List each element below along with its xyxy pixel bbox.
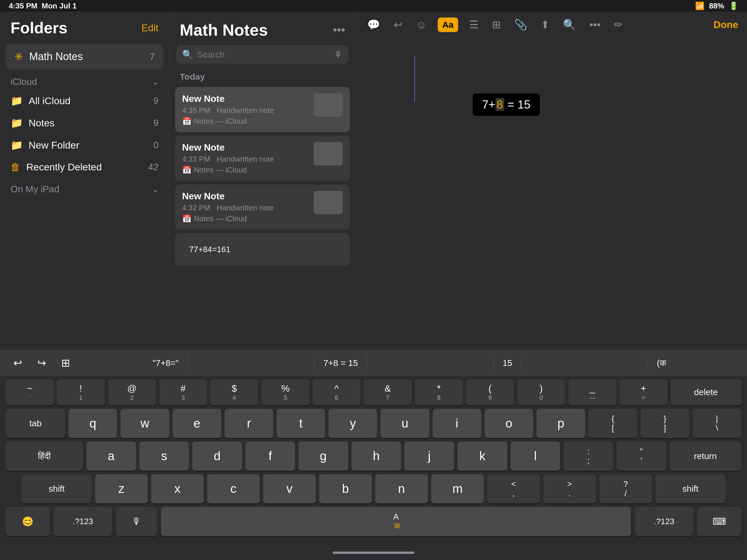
sidebar-item-recently-deleted[interactable]: 🗑 Recently Deleted 42 xyxy=(0,156,169,178)
search-input[interactable] xyxy=(197,50,330,59)
key-c[interactable]: c xyxy=(207,474,260,503)
undo-icon-button[interactable]: ↩ xyxy=(391,16,405,33)
edit-button[interactable]: Edit xyxy=(141,22,158,33)
mic-key[interactable]: 🎙 xyxy=(116,507,157,536)
key-j[interactable]: j xyxy=(405,441,454,471)
suggestion-2[interactable]: 7+8 = 15 xyxy=(314,356,367,370)
comment-button[interactable]: 💬 xyxy=(365,16,383,33)
delete-key[interactable]: delete xyxy=(671,379,741,405)
key-lcurly-lbracket[interactable]: {[ xyxy=(589,409,637,438)
note-title: New Note xyxy=(182,142,309,153)
num-123-left-key[interactable]: .?123 xyxy=(54,507,112,536)
sidebar-item-all-icloud[interactable]: 📁 All iCloud 9 xyxy=(0,90,169,112)
more-button[interactable]: ••• xyxy=(587,16,603,33)
key-b[interactable]: b xyxy=(319,474,372,503)
key-n[interactable]: n xyxy=(375,474,428,503)
note-card-3[interactable]: New Note 4:32 PM Handwritten note 📅 Note… xyxy=(175,184,350,230)
key-u[interactable]: u xyxy=(381,409,429,438)
key-p[interactable]: p xyxy=(537,409,585,438)
share-button[interactable]: ⬆ xyxy=(538,16,552,33)
key-i[interactable]: i xyxy=(433,409,481,438)
shift-left-key[interactable]: shift xyxy=(22,474,92,503)
key-plus-equals[interactable]: += xyxy=(620,379,667,405)
key-amp-7[interactable]: &7 xyxy=(364,379,411,405)
markup-button[interactable]: ✏ xyxy=(612,16,625,33)
list-button[interactable]: ☰ xyxy=(467,16,481,33)
note-card-2[interactable]: New Note 4:33 PM Handwritten note 📅 Note… xyxy=(175,136,350,181)
find-button[interactable]: 🔍 xyxy=(561,16,578,33)
return-key[interactable]: return xyxy=(670,441,741,471)
key-hash-3[interactable]: #3 xyxy=(159,379,207,405)
redo-button[interactable]: ↪ xyxy=(33,355,51,372)
key-percent-5[interactable]: %5 xyxy=(261,379,309,405)
key-r[interactable]: r xyxy=(225,409,273,438)
key-lparen-9[interactable]: (9 xyxy=(466,379,514,405)
key-gt-period[interactable]: >. xyxy=(543,474,596,503)
key-w[interactable]: w xyxy=(121,409,169,438)
key-question-slash[interactable]: ?/ xyxy=(599,474,652,503)
format-button[interactable]: Aa xyxy=(438,18,458,32)
copy-paste-button[interactable]: ⊞ xyxy=(57,355,75,372)
emoji-button[interactable]: ☺ xyxy=(413,16,429,33)
key-dquote-squote[interactable]: "' xyxy=(617,441,666,471)
key-g[interactable]: g xyxy=(299,441,348,471)
icloud-section-label: iCloud ⌄ xyxy=(0,72,169,90)
emoji-key[interactable]: 😊 xyxy=(6,507,50,536)
key-at-2[interactable]: @2 xyxy=(108,379,156,405)
key-k[interactable]: k xyxy=(458,441,507,471)
suggestion-4[interactable]: (क xyxy=(648,356,675,371)
key-rcurly-rbracket[interactable]: }] xyxy=(641,409,689,438)
keyboard-dismiss-key[interactable]: ⌨ xyxy=(697,507,741,536)
key-l[interactable]: l xyxy=(511,441,560,471)
table-button[interactable]: ⊞ xyxy=(490,16,503,33)
sidebar-item-new-folder[interactable]: 📁 New Folder 0 xyxy=(0,134,169,156)
key-lt-comma[interactable]: <, xyxy=(487,474,540,503)
key-rparen-0[interactable]: )0 xyxy=(517,379,565,405)
suggestion-3[interactable]: 15 xyxy=(493,356,521,370)
space-key[interactable]: A क xyxy=(161,507,631,536)
key-q[interactable]: q xyxy=(69,409,117,438)
key-e[interactable]: e xyxy=(173,409,221,438)
middle-dots-button[interactable]: ••• xyxy=(333,23,345,36)
today-label: Today xyxy=(169,70,356,85)
hindi-key[interactable]: हिंदी xyxy=(6,441,83,471)
key-f[interactable]: f xyxy=(246,441,295,471)
suggestion-1[interactable]: "7+8=" xyxy=(144,356,188,370)
key-m[interactable]: m xyxy=(431,474,484,503)
done-button[interactable]: Done xyxy=(714,19,738,30)
key-underscore-dash[interactable]: _— xyxy=(568,379,616,405)
key-v[interactable]: v xyxy=(263,474,316,503)
undo-button[interactable]: ↩ xyxy=(9,355,27,372)
note-canvas[interactable]: 7+8 = 15 xyxy=(356,38,747,350)
search-bar[interactable]: 🔍 🎙 xyxy=(176,45,349,63)
key-z[interactable]: z xyxy=(95,474,148,503)
key-a[interactable]: a xyxy=(86,441,136,471)
key-t[interactable]: t xyxy=(277,409,325,438)
key-exclaim-1[interactable]: !1 xyxy=(57,379,104,405)
key-pipe-backslash[interactable]: |\ xyxy=(693,409,741,438)
key-s[interactable]: s xyxy=(139,441,189,471)
note-card-1[interactable]: New Note 4:35 PM Handwritten note 📅 Note… xyxy=(175,87,350,132)
note-location: 📅 Notes — iCloud xyxy=(182,214,309,223)
tab-key[interactable]: tab xyxy=(6,409,65,438)
status-time: 4:35 PM Mon Jul 1 xyxy=(9,1,77,10)
sidebar-item-math-notes[interactable]: ✳ Math Notes 7 xyxy=(6,44,163,70)
num-123-right-key[interactable]: .?123 xyxy=(635,507,693,536)
math-result-bubble: 7+8 = 15 xyxy=(473,93,540,116)
key-tilde-backtick[interactable]: ~` xyxy=(6,379,53,405)
key-h[interactable]: h xyxy=(352,441,401,471)
key-dollar-4[interactable]: $4 xyxy=(210,379,258,405)
note-card-4[interactable]: 77+84=161 xyxy=(175,233,350,266)
key-caret-6[interactable]: ^6 xyxy=(313,379,360,405)
key-star-8[interactable]: *8 xyxy=(415,379,463,405)
key-y[interactable]: y xyxy=(329,409,377,438)
key-d[interactable]: d xyxy=(192,441,242,471)
key-o[interactable]: o xyxy=(485,409,533,438)
attach-button[interactable]: 📎 xyxy=(512,16,530,33)
key-x[interactable]: x xyxy=(151,474,204,503)
shift-right-key[interactable]: shift xyxy=(655,474,725,503)
on-my-ipad-section: On My iPad ⌄ xyxy=(0,178,169,197)
sidebar-item-notes[interactable]: 📁 Notes 9 xyxy=(0,112,169,134)
key-colon-semicolon[interactable]: :; xyxy=(564,441,613,471)
note-meta: 4:33 PM Handwritten note xyxy=(182,155,309,164)
